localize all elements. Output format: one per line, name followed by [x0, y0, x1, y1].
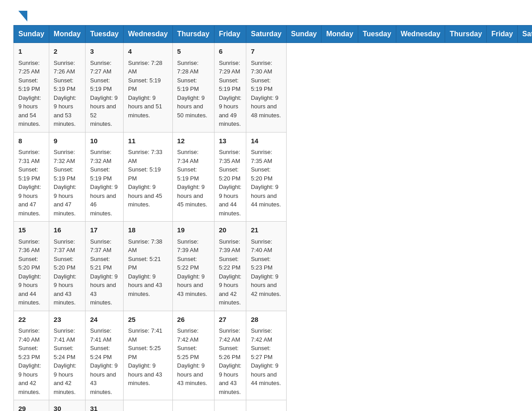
calendar-header-row: SundayMondayTuesdayWednesdayThursdayFrid…: [14, 26, 532, 43]
sunset-info: Sunset: 5:19 PM: [18, 77, 40, 93]
day-of-week-header: Wednesday: [123, 26, 172, 43]
calendar-cell: 24 Sunrise: 7:41 AM Sunset: 5:24 PM Dayl…: [86, 311, 124, 400]
sunrise-info: Sunrise: 7:36 AM: [18, 238, 40, 254]
daylight-info: Daylight: 9 hours and 43 minutes.: [177, 273, 207, 297]
daylight-info: Daylight: 9 hours and 48 minutes.: [251, 94, 281, 119]
sunset-info: Sunset: 5:23 PM: [18, 345, 40, 360]
sunset-info: Sunset: 5:27 PM: [251, 345, 272, 360]
svg-marker-0: [18, 11, 27, 21]
sunset-info: Sunset: 5:19 PM: [128, 77, 161, 93]
day-number: 14: [251, 136, 281, 146]
daylight-info: Daylight: 9 hours and 54 minutes.: [18, 94, 41, 128]
sunset-info: Sunset: 5:19 PM: [54, 166, 75, 182]
sunrise-info: Sunrise: 7:40 AM: [18, 327, 40, 343]
sunset-info: Sunset: 5:19 PM: [90, 166, 112, 182]
day-number: 7: [251, 47, 281, 57]
calendar-cell: 6 Sunrise: 7:29 AM Sunset: 5:19 PM Dayli…: [214, 43, 246, 133]
sunset-info: Sunset: 5:20 PM: [54, 256, 75, 271]
sunrise-info: Sunrise: 7:41 AM: [54, 327, 75, 343]
day-number: 23: [54, 315, 81, 325]
calendar-cell: 13 Sunrise: 7:35 AM Sunset: 5:20 PM Dayl…: [214, 132, 246, 222]
daylight-info: Daylight: 9 hours and 43 minutes.: [219, 362, 242, 395]
daylight-info: Daylight: 9 hours and 44 minutes.: [251, 184, 281, 208]
daylight-info: Daylight: 9 hours and 43 minutes.: [128, 273, 162, 297]
day-of-week-header: Saturday: [518, 26, 532, 43]
daylight-info: Daylight: 9 hours and 43 minutes.: [90, 362, 117, 395]
sunset-info: Sunset: 5:20 PM: [251, 166, 272, 182]
sunrise-info: Sunrise: 7:41 AM: [90, 327, 112, 343]
calendar-cell: [214, 400, 246, 411]
day-number: 16: [54, 225, 81, 235]
calendar-cell: 11 Sunrise: 7:33 AM Sunset: 5:19 PM Dayl…: [123, 132, 172, 222]
sunrise-info: Sunrise: 7:30 AM: [251, 60, 272, 75]
calendar-cell: 26 Sunrise: 7:42 AM Sunset: 5:25 PM Dayl…: [172, 311, 214, 400]
day-number: 15: [18, 225, 44, 235]
day-number: 27: [219, 315, 242, 325]
calendar-week-row: 15 Sunrise: 7:36 AM Sunset: 5:20 PM Dayl…: [14, 222, 532, 311]
day-number: 12: [177, 136, 210, 146]
day-number: 11: [128, 136, 168, 146]
calendar-cell: 16 Sunrise: 7:37 AM Sunset: 5:20 PM Dayl…: [49, 222, 85, 311]
sunrise-info: Sunrise: 7:42 AM: [219, 327, 240, 343]
day-of-week-header: Thursday: [445, 26, 487, 43]
daylight-info: Daylight: 9 hours and 43 minutes.: [54, 273, 77, 306]
sunrise-info: Sunrise: 7:35 AM: [219, 149, 240, 164]
day-number: 17: [90, 225, 119, 235]
day-of-week-header: Tuesday: [86, 26, 124, 43]
daylight-info: Daylight: 9 hours and 45 minutes.: [128, 184, 162, 208]
day-number: 18: [128, 225, 168, 235]
sunrise-info: Sunrise: 7:25 AM: [18, 60, 40, 75]
calendar-cell: 22 Sunrise: 7:40 AM Sunset: 5:23 PM Dayl…: [14, 311, 49, 400]
sunrise-info: Sunrise: 7:42 AM: [177, 327, 199, 343]
calendar-cell: 14 Sunrise: 7:35 AM Sunset: 5:20 PM Dayl…: [246, 132, 286, 222]
sunset-info: Sunset: 5:21 PM: [90, 256, 112, 271]
calendar-cell: 19 Sunrise: 7:39 AM Sunset: 5:22 PM Dayl…: [172, 222, 214, 311]
day-of-week-header: Sunday: [286, 26, 322, 43]
sunrise-info: Sunrise: 7:37 AM: [90, 238, 112, 254]
logo-icon: [15, 9, 29, 23]
day-of-week-header: Thursday: [172, 26, 214, 43]
day-number: 22: [18, 315, 44, 325]
sunset-info: Sunset: 5:20 PM: [18, 256, 40, 271]
sunrise-info: Sunrise: 7:28 AM: [177, 60, 199, 75]
daylight-info: Daylight: 9 hours and 43 minutes.: [90, 273, 117, 306]
sunrise-info: Sunrise: 7:26 AM: [54, 60, 75, 75]
sunset-info: Sunset: 5:19 PM: [219, 77, 240, 93]
daylight-info: Daylight: 9 hours and 44 minutes.: [18, 273, 41, 306]
day-number: 5: [177, 47, 210, 57]
sunset-info: Sunset: 5:25 PM: [128, 345, 161, 360]
calendar-cell: [246, 400, 286, 411]
day-number: 31: [90, 404, 119, 411]
calendar-cell: 3 Sunrise: 7:27 AM Sunset: 5:19 PM Dayli…: [86, 43, 124, 133]
sunrise-info: Sunrise: 7:41 AM: [128, 327, 163, 343]
day-of-week-header: Wednesday: [396, 26, 445, 43]
day-number: 24: [90, 315, 119, 325]
calendar-cell: 27 Sunrise: 7:42 AM Sunset: 5:26 PM Dayl…: [214, 311, 246, 400]
sunrise-info: Sunrise: 7:35 AM: [251, 149, 272, 164]
sunrise-info: Sunrise: 7:38 AM: [128, 238, 163, 254]
day-number: 8: [18, 136, 44, 146]
calendar-cell: 25 Sunrise: 7:41 AM Sunset: 5:25 PM Dayl…: [123, 311, 172, 400]
sunrise-info: Sunrise: 7:39 AM: [219, 238, 240, 254]
calendar-cell: 12 Sunrise: 7:34 AM Sunset: 5:19 PM Dayl…: [172, 132, 214, 222]
day-number: 10: [90, 136, 119, 146]
day-number: 3: [90, 47, 119, 57]
sunset-info: Sunset: 5:23 PM: [251, 256, 272, 271]
sunset-info: Sunset: 5:19 PM: [128, 166, 161, 182]
calendar-cell: 17 Sunrise: 7:37 AM Sunset: 5:21 PM Dayl…: [86, 222, 124, 311]
calendar-cell: [172, 400, 214, 411]
calendar-week-row: 1 Sunrise: 7:25 AM Sunset: 5:19 PM Dayli…: [14, 43, 532, 133]
calendar-cell: 29 Sunrise: 7:43 AM Sunset: 5:27 PM Dayl…: [14, 400, 49, 411]
day-number: 19: [177, 225, 210, 235]
sunrise-info: Sunrise: 7:34 AM: [177, 149, 199, 164]
daylight-info: Daylight: 9 hours and 43 minutes.: [177, 362, 207, 386]
sunset-info: Sunset: 5:26 PM: [219, 345, 240, 360]
calendar-cell: 9 Sunrise: 7:32 AM Sunset: 5:19 PM Dayli…: [49, 132, 85, 222]
day-number: 25: [128, 315, 168, 325]
sunset-info: Sunset: 5:19 PM: [177, 166, 199, 182]
daylight-info: Daylight: 9 hours and 51 minutes.: [128, 94, 162, 119]
day-number: 21: [251, 225, 281, 235]
daylight-info: Daylight: 9 hours and 42 minutes.: [219, 273, 242, 306]
day-number: 9: [54, 136, 81, 146]
sunset-info: Sunset: 5:19 PM: [54, 77, 75, 93]
